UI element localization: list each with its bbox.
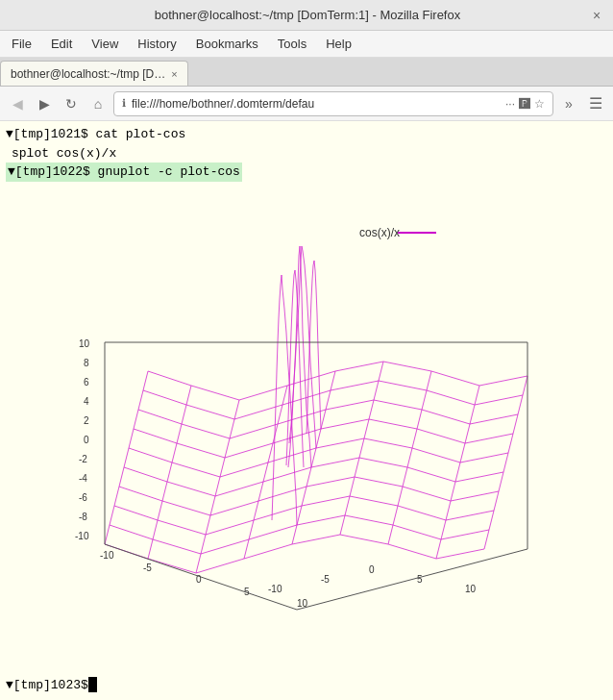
browser-tab[interactable]: bothner@localhost:~/tmp [D… × bbox=[0, 61, 188, 86]
svg-text:-5: -5 bbox=[143, 562, 152, 573]
svg-text:4: 4 bbox=[84, 396, 89, 407]
svg-text:-10: -10 bbox=[100, 550, 114, 561]
menu-history[interactable]: History bbox=[130, 34, 184, 54]
menu-bookmarks[interactable]: Bookmarks bbox=[188, 34, 266, 54]
pocket-icon[interactable]: 🅿 bbox=[519, 97, 530, 111]
svg-text:-5: -5 bbox=[321, 574, 330, 585]
url-text: file:///home/bothner/.domterm/defau bbox=[132, 97, 500, 111]
menu-file[interactable]: File bbox=[4, 34, 39, 54]
svg-line-27 bbox=[297, 549, 527, 610]
svg-text:6: 6 bbox=[84, 377, 89, 388]
bookmark-star-icon[interactable]: ☆ bbox=[534, 97, 545, 111]
svg-text:8: 8 bbox=[84, 358, 89, 368]
home-button[interactable]: ⌂ bbox=[86, 92, 110, 115]
menu-edit[interactable]: Edit bbox=[43, 34, 80, 54]
svg-text:10: 10 bbox=[79, 338, 90, 349]
terminal-cursor bbox=[88, 677, 97, 692]
svg-text:0: 0 bbox=[369, 564, 375, 575]
menu-view[interactable]: View bbox=[84, 34, 126, 54]
svg-text:0: 0 bbox=[84, 435, 89, 445]
nav-bar: ◀ ▶ ↻ ⌂ ℹ file:///home/bothner/.domterm/… bbox=[0, 87, 613, 121]
terminal-line-3: ▼[tmp]1022$ gnuplot -c plot-cos bbox=[6, 162, 242, 182]
gnuplot-output: cos(x)/x 10 8 6 4 2 0 -2 -4 -6 -8 -10 10… bbox=[0, 187, 613, 652]
svg-text:-10: -10 bbox=[75, 531, 89, 541]
terminal-output: ▼[tmp]1021$ cat plot-cos splot cos(x)/x … bbox=[0, 121, 613, 182]
svg-text:-10: -10 bbox=[268, 584, 282, 594]
tab-label: bothner@localhost:~/tmp [D… bbox=[11, 67, 165, 81]
svg-text:cos(x)/x: cos(x)/x bbox=[359, 226, 400, 239]
tab-close-button[interactable]: × bbox=[171, 68, 177, 80]
plot-svg: cos(x)/x 10 8 6 4 2 0 -2 -4 -6 -8 -10 10… bbox=[52, 217, 561, 621]
close-button[interactable]: × bbox=[588, 7, 605, 24]
back-icon: ◀ bbox=[12, 96, 23, 112]
tab-bar: bothner@localhost:~/tmp [D… × bbox=[0, 58, 613, 87]
overflow-button[interactable]: » bbox=[557, 92, 580, 115]
info-icon: ℹ bbox=[122, 97, 126, 110]
menu-tools[interactable]: Tools bbox=[270, 34, 314, 54]
menu-bar: File Edit View History Bookmarks Tools H… bbox=[0, 31, 613, 58]
reload-button[interactable]: ↻ bbox=[60, 92, 83, 115]
back-button[interactable]: ◀ bbox=[6, 92, 29, 115]
forward-icon: ▶ bbox=[39, 96, 50, 112]
svg-text:-6: -6 bbox=[79, 492, 87, 503]
svg-text:2: 2 bbox=[84, 415, 89, 426]
title-bar: bothner@localhost:~/tmp [DomTerm:1] - Mo… bbox=[0, 0, 613, 31]
svg-text:-8: -8 bbox=[79, 512, 87, 522]
terminal-line-2: splot cos(x)/x bbox=[6, 144, 607, 163]
reload-icon: ↻ bbox=[65, 96, 77, 112]
svg-text:-2: -2 bbox=[79, 454, 87, 464]
svg-text:10: 10 bbox=[465, 584, 477, 594]
svg-text:-4: -4 bbox=[79, 473, 87, 484]
terminal-area[interactable]: ▼[tmp]1021$ cat plot-cos splot cos(x)/x … bbox=[0, 121, 613, 700]
menu-help[interactable]: Help bbox=[318, 34, 359, 54]
overflow-icon: » bbox=[565, 96, 573, 112]
terminal-bottom-prompt: ▼[tmp]1023$ bbox=[0, 652, 613, 700]
forward-button[interactable]: ▶ bbox=[33, 92, 56, 115]
more-dots-icon[interactable]: ··· bbox=[505, 97, 515, 111]
terminal-line-1: ▼[tmp]1021$ cat plot-cos bbox=[6, 125, 607, 144]
window-title: bothner@localhost:~/tmp [DomTerm:1] - Mo… bbox=[27, 8, 588, 22]
hamburger-icon: ☰ bbox=[589, 94, 602, 112]
url-icons: ··· 🅿 ☆ bbox=[505, 97, 545, 111]
sidebar-menu-button[interactable]: ☰ bbox=[584, 92, 607, 115]
prompt-text: ▼[tmp]1023$ bbox=[6, 678, 88, 692]
home-icon: ⌂ bbox=[94, 96, 102, 112]
url-bar[interactable]: ℹ file:///home/bothner/.domterm/defau ··… bbox=[113, 91, 553, 116]
svg-text:5: 5 bbox=[417, 574, 423, 585]
